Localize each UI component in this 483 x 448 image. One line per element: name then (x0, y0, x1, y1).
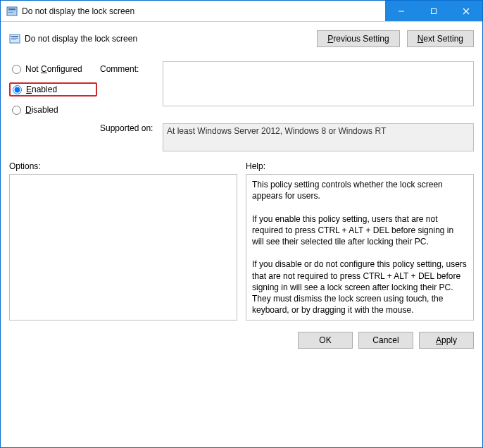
options-column: Options: (9, 161, 237, 321)
radio-not-configured-label: Not Configured (25, 64, 82, 74)
top-config-grid: Not Configured Enabled Disabled Comment:… (9, 61, 474, 151)
minimize-button[interactable] (385, 1, 418, 21)
state-radio-group: Not Configured Enabled Disabled (9, 61, 97, 116)
radio-not-configured-input[interactable] (12, 65, 21, 74)
svg-rect-2 (8, 11, 15, 11)
radio-disabled-input[interactable] (12, 106, 21, 115)
options-label: Options: (9, 161, 237, 171)
svg-rect-11 (11, 39, 16, 40)
previous-setting-button[interactable]: Previous Setting (317, 30, 399, 47)
svg-rect-9 (11, 36, 18, 37)
radio-disabled-label: Disabled (25, 105, 58, 115)
supported-on-label: Supported on: (100, 123, 160, 133)
comment-textarea[interactable] (163, 61, 474, 106)
maximize-button[interactable] (418, 1, 450, 21)
radio-disabled[interactable]: Disabled (9, 104, 97, 116)
radio-enabled-label: Enabled (26, 85, 57, 94)
ok-button[interactable]: OK (298, 332, 353, 349)
window-title: Do not display the lock screen (22, 6, 385, 16)
help-panel: This policy setting controls whether the… (246, 174, 474, 321)
comment-label: Comment: (100, 61, 160, 74)
policy-icon (9, 33, 20, 44)
radio-enabled[interactable]: Enabled (9, 82, 97, 97)
help-label: Help: (246, 161, 474, 171)
lower-panels: Options: Help: This policy setting contr… (9, 161, 474, 321)
svg-rect-1 (8, 8, 15, 10)
options-panel[interactable] (9, 174, 237, 321)
svg-rect-5 (432, 8, 437, 13)
content-area: Do not display the lock screen Previous … (1, 22, 482, 325)
radio-not-configured[interactable]: Not Configured (9, 63, 97, 75)
supported-on-box: At least Windows Server 2012, Windows 8 … (163, 123, 474, 151)
next-setting-button[interactable]: Next Setting (407, 30, 474, 47)
radio-enabled-input[interactable] (13, 85, 22, 94)
help-column: Help: This policy setting controls wheth… (246, 161, 474, 321)
close-button[interactable] (450, 1, 482, 21)
window-controls (385, 1, 482, 21)
gpedit-icon (6, 6, 18, 17)
titlebar: Do not display the lock screen (1, 1, 482, 22)
svg-rect-10 (11, 38, 18, 39)
cancel-button[interactable]: Cancel (358, 332, 413, 349)
setting-name: Do not display the lock screen (25, 34, 137, 44)
setting-header-row: Do not display the lock screen Previous … (9, 30, 474, 47)
svg-rect-3 (8, 12, 13, 13)
apply-button[interactable]: Apply (419, 332, 474, 349)
footer-buttons: OK Cancel Apply (1, 325, 482, 356)
